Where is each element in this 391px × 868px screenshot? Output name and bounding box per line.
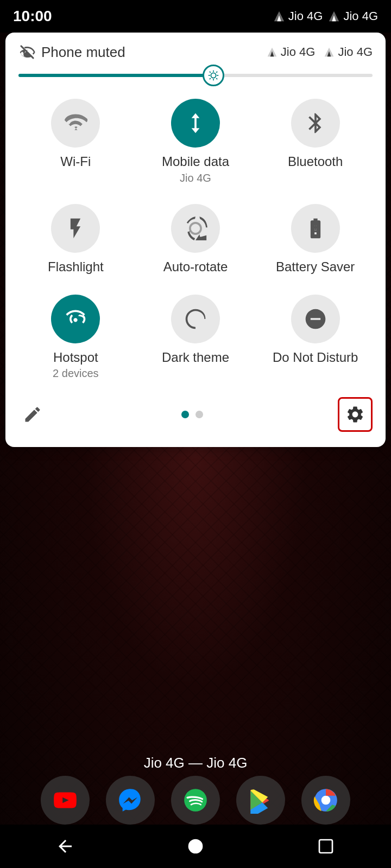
dock-chrome[interactable] [301, 776, 350, 825]
edit-button[interactable] [18, 400, 47, 429]
tile-autorotate-circle [171, 204, 220, 253]
qs-carrier-2: Jio 4G [324, 45, 373, 59]
playstore-icon [247, 787, 274, 814]
donotdisturb-icon [304, 307, 327, 331]
dock-playstore[interactable] [236, 776, 285, 825]
tile-mobiledata[interactable]: Mobile data Jio 4G [138, 94, 253, 189]
flashlight-icon [64, 216, 87, 240]
youtube-icon [52, 787, 79, 814]
tile-bluetooth[interactable]: Bluetooth [258, 94, 373, 189]
qs-signal-1 [267, 47, 278, 58]
autorotate-icon [184, 216, 207, 240]
svg-point-23 [188, 839, 203, 854]
tile-darktheme-label: Dark theme [162, 350, 229, 366]
svg-line-14 [209, 72, 210, 73]
phone-muted-row: Phone muted [18, 43, 125, 61]
qs-carriers: Jio 4G Jio 4G [267, 45, 373, 59]
tiles-grid: Wi-Fi Mobile data Jio 4G Bluetooth [18, 94, 373, 384]
qs-carrier-1: Jio 4G [267, 45, 316, 59]
signal-icon-2 [328, 10, 340, 22]
dock-messenger[interactable] [106, 776, 155, 825]
page-dots [181, 411, 203, 418]
wifi-icon [64, 111, 87, 135]
spotify-icon [182, 787, 209, 814]
qs-top-bar: Phone muted Jio 4G Jio 4G [18, 43, 373, 61]
tile-bluetooth-label: Bluetooth [288, 154, 343, 170]
tile-batterysaver[interactable]: Battery Saver [258, 200, 373, 279]
tile-mobiledata-label: Mobile data [162, 154, 229, 170]
dock-youtube[interactable] [41, 776, 90, 825]
tile-bluetooth-circle [291, 99, 340, 148]
tile-autorotate-label: Auto-rotate [163, 259, 228, 275]
recents-button[interactable] [310, 830, 342, 863]
tile-hotspot-circle [51, 295, 100, 343]
brightness-slider[interactable] [18, 74, 373, 77]
home-icon [187, 838, 204, 855]
tile-batterysaver-label: Battery Saver [276, 259, 355, 275]
back-icon [55, 837, 75, 856]
dock-spotify[interactable] [171, 776, 220, 825]
batterysaver-icon [304, 216, 327, 240]
tile-darktheme-circle [171, 295, 220, 343]
qs-carrier-2-label: Jio 4G [338, 45, 373, 59]
svg-line-16 [216, 72, 217, 73]
chrome-icon [312, 787, 339, 814]
darktheme-icon [184, 307, 207, 331]
tile-autorotate[interactable]: Auto-rotate [138, 200, 253, 279]
qs-carrier-1-label: Jio 4G [281, 45, 316, 59]
status-icons: Jio 4G Jio 4G [273, 9, 378, 23]
nav-bar [0, 825, 391, 868]
tile-donotdisturb-circle [291, 295, 340, 343]
quick-settings-panel: Phone muted Jio 4G Jio 4G [5, 33, 386, 447]
tile-hotspot[interactable]: Hotspot 2 devices [18, 290, 133, 385]
mute-icon [18, 43, 36, 61]
tile-donotdisturb-label: Do Not Disturb [273, 350, 358, 366]
tile-batterysaver-circle [291, 204, 340, 253]
settings-button[interactable] [338, 397, 373, 432]
carrier-2: Jio 4G [328, 9, 378, 23]
svg-point-9 [211, 73, 216, 78]
home-button[interactable] [179, 830, 212, 863]
back-button[interactable] [49, 830, 81, 863]
recents-icon [317, 838, 335, 855]
tile-darktheme[interactable]: Dark theme [138, 290, 253, 385]
tile-hotspot-sublabel: 2 devices [53, 367, 99, 380]
svg-point-22 [321, 796, 331, 805]
dot-1 [181, 411, 189, 418]
mobiledata-icon [184, 111, 207, 135]
hotspot-icon [64, 307, 87, 331]
carrier-1-label: Jio 4G [288, 9, 323, 23]
tile-wifi-label: Wi-Fi [60, 154, 91, 170]
tile-flashlight[interactable]: Flashlight [18, 200, 133, 279]
brightness-icon [207, 69, 219, 81]
messenger-icon [117, 787, 144, 814]
tile-mobiledata-sublabel: Jio 4G [180, 172, 211, 184]
tile-flashlight-circle [51, 204, 100, 253]
tile-hotspot-label: Hotspot [53, 350, 98, 366]
tile-flashlight-label: Flashlight [48, 259, 104, 275]
status-bar: 10:00 Jio 4G Jio 4G [0, 0, 391, 33]
tile-mobiledata-circle [171, 99, 220, 148]
dot-2 [195, 411, 203, 418]
brightness-thumb [203, 65, 224, 86]
bluetooth-icon [304, 111, 327, 135]
app-dock [0, 776, 391, 825]
svg-line-17 [209, 78, 210, 79]
carrier-1: Jio 4G [273, 9, 323, 23]
tile-donotdisturb[interactable]: Do Not Disturb [258, 290, 373, 385]
edit-icon [23, 405, 42, 424]
brightness-fill [18, 74, 213, 77]
carrier-2-label: Jio 4G [343, 9, 378, 23]
qs-signal-2 [324, 47, 335, 58]
tile-wifi-circle [51, 99, 100, 148]
settings-icon [345, 405, 365, 424]
qs-bottom-bar [18, 393, 373, 436]
tile-wifi[interactable]: Wi-Fi [18, 94, 133, 189]
svg-rect-24 [319, 840, 332, 853]
status-time: 10:00 [13, 8, 52, 25]
phone-muted-text: Phone muted [41, 44, 125, 61]
carrier-footer: Jio 4G — Jio 4G [0, 755, 391, 771]
brightness-row[interactable] [18, 74, 373, 77]
svg-line-15 [216, 78, 217, 79]
signal-icon-1 [273, 10, 285, 22]
